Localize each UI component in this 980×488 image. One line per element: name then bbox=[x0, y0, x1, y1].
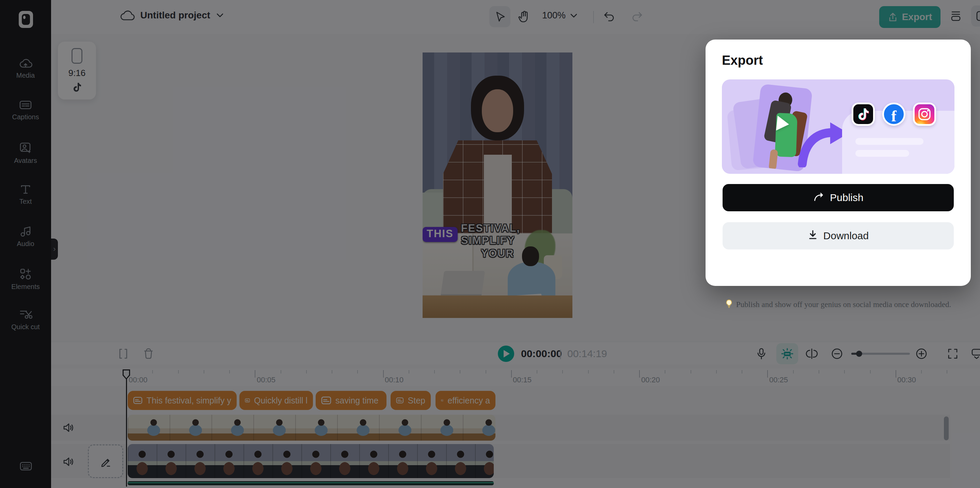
publish-share-icon bbox=[813, 191, 824, 204]
app-window: Media Captions Avatars Text Audio bbox=[0, 0, 980, 488]
instagram-icon bbox=[913, 102, 936, 126]
export-banner-illustration: f bbox=[722, 80, 955, 174]
placeholder-bar bbox=[855, 138, 923, 145]
placeholder-bar bbox=[855, 150, 909, 157]
download-icon bbox=[808, 230, 818, 242]
play-triangle-icon bbox=[776, 115, 790, 132]
export-modal-title: Export bbox=[722, 53, 763, 68]
export-tip: Publish and show off your genius on soci… bbox=[706, 299, 971, 310]
publish-button[interactable]: Publish bbox=[722, 184, 954, 211]
download-button[interactable]: Download bbox=[722, 222, 954, 249]
bulb-icon bbox=[725, 299, 733, 310]
export-modal: Export bbox=[706, 40, 971, 286]
figure-legs-shape bbox=[768, 149, 778, 171]
tiktok-icon bbox=[852, 102, 875, 126]
download-button-label: Download bbox=[823, 230, 869, 242]
facebook-icon: f bbox=[882, 102, 905, 126]
social-platforms-row: f bbox=[852, 102, 936, 126]
publish-button-label: Publish bbox=[830, 192, 863, 203]
export-tip-text: Publish and show off your genius on soci… bbox=[736, 300, 951, 309]
